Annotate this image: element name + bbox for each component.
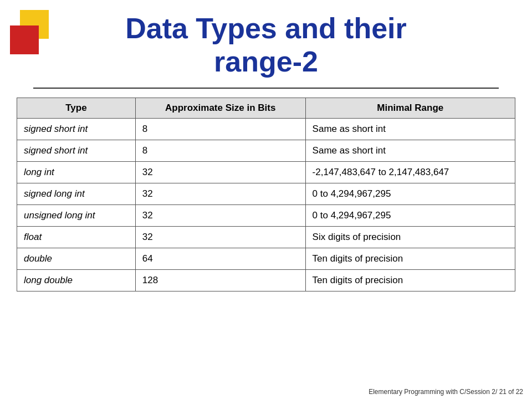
title-line2: range-2 <box>214 45 318 78</box>
table-row: long double128Ten digits of precision <box>17 269 515 291</box>
data-table-wrapper: Type Approximate Size in Bits Minimal Ra… <box>17 98 515 291</box>
table-row: double64Ten digits of precision <box>17 248 515 269</box>
table-cell-0-0: signed short int <box>17 118 136 140</box>
table-cell-2-0: long int <box>17 161 136 183</box>
col-header-range: Minimal Range <box>305 98 515 118</box>
table-cell-5-0: float <box>17 226 136 248</box>
table-row: long int32-2,147,483,647 to 2,147,483,64… <box>17 161 515 183</box>
table-cell-4-1: 32 <box>135 204 305 226</box>
table-cell-3-0: signed long int <box>17 183 136 204</box>
table-cell-6-1: 64 <box>135 248 305 269</box>
table-cell-2-1: 32 <box>135 161 305 183</box>
table-cell-5-2: Six digits of precision <box>305 226 515 248</box>
table-row: float32Six digits of precision <box>17 226 515 248</box>
title-divider <box>33 88 499 89</box>
title-line1: Data Types and their <box>125 12 407 44</box>
title-section: Data Types and their range-2 <box>0 0 532 84</box>
table-cell-6-0: double <box>17 248 136 269</box>
table-row: signed long int320 to 4,294,967,295 <box>17 183 515 204</box>
page-container: Data Types and their range-2 Type Approx… <box>0 0 532 399</box>
table-cell-3-2: 0 to 4,294,967,295 <box>305 183 515 204</box>
table-cell-7-1: 128 <box>135 269 305 291</box>
table-header-row: Type Approximate Size in Bits Minimal Ra… <box>17 98 515 118</box>
col-header-type: Type <box>17 98 136 118</box>
table-cell-7-0: long double <box>17 269 136 291</box>
table-cell-0-1: 8 <box>135 118 305 140</box>
table-row: signed short int8Same as short int <box>17 140 515 161</box>
page-title: Data Types and their range-2 <box>0 12 532 79</box>
table-cell-2-2: -2,147,483,647 to 2,147,483,647 <box>305 161 515 183</box>
table-cell-3-1: 32 <box>135 183 305 204</box>
table-row: unsigned long int320 to 4,294,967,295 <box>17 204 515 226</box>
table-row: signed short int8Same as short int <box>17 118 515 140</box>
footer-text: Elementary Programming with C/Session 2/… <box>369 388 523 396</box>
table-cell-6-2: Ten digits of precision <box>305 248 515 269</box>
col-header-size: Approximate Size in Bits <box>135 98 305 118</box>
table-cell-1-0: signed short int <box>17 140 136 161</box>
red-square <box>10 25 39 54</box>
table-cell-1-2: Same as short int <box>305 140 515 161</box>
data-types-table: Type Approximate Size in Bits Minimal Ra… <box>17 98 515 291</box>
decorative-squares <box>10 10 49 76</box>
table-cell-7-2: Ten digits of precision <box>305 269 515 291</box>
table-cell-4-0: unsigned long int <box>17 204 136 226</box>
table-cell-0-2: Same as short int <box>305 118 515 140</box>
table-cell-1-1: 8 <box>135 140 305 161</box>
table-cell-5-1: 32 <box>135 226 305 248</box>
table-cell-4-2: 0 to 4,294,967,295 <box>305 204 515 226</box>
